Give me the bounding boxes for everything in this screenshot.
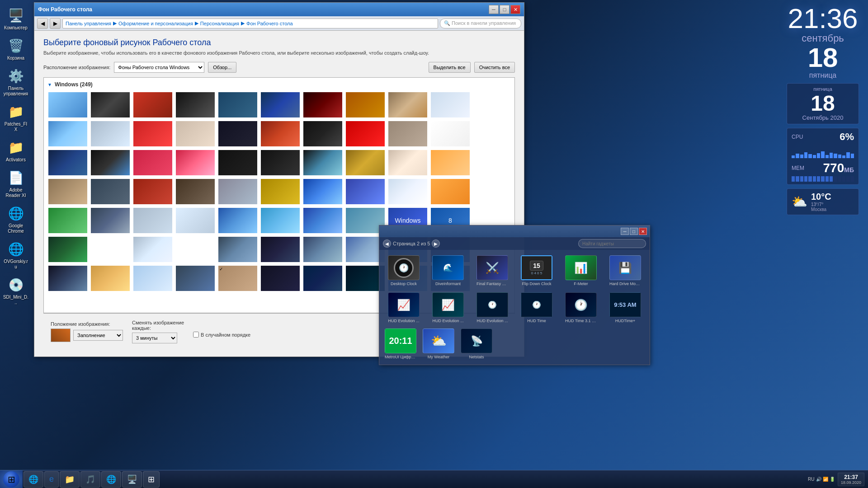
image-cell-2[interactable] (90, 91, 131, 118)
path-personalization[interactable]: Персонализация (200, 21, 239, 26)
image-cell-12[interactable] (90, 120, 131, 147)
image-cell-64[interactable] (175, 265, 216, 292)
gadget-item-hud3[interactable]: 🕐 HUD Evolution ... (472, 291, 513, 325)
gadget-item-final-fantasy[interactable]: ⚔️ Final Fantasy XIII... (472, 253, 513, 288)
path-wallpaper[interactable]: Фон Рабочего стола (246, 21, 293, 26)
image-cell-42[interactable] (90, 207, 131, 234)
desktop-icon-adobe[interactable]: 📄 Adobe Reader XI (1, 167, 31, 200)
image-cell-15[interactable] (217, 120, 258, 147)
path-personalization-section[interactable]: Оформление и персонализация (118, 21, 193, 26)
image-cell-40[interactable] (430, 178, 471, 205)
image-cell-33[interactable] (132, 178, 173, 205)
image-cell-28[interactable] (345, 149, 386, 176)
image-cell-46[interactable] (260, 207, 301, 234)
desktop-icon-sdi[interactable]: 💿 SDI_Mini_D... (1, 274, 31, 307)
image-cell-66[interactable] (260, 265, 301, 292)
image-cell-61[interactable] (47, 265, 88, 292)
image-cell-45[interactable] (217, 207, 258, 234)
image-cell-4[interactable] (175, 91, 216, 118)
image-cell-63[interactable] (132, 265, 173, 292)
image-cell-29[interactable] (387, 149, 428, 176)
image-cell-38[interactable] (345, 178, 386, 205)
image-cell-41[interactable] (47, 207, 88, 234)
image-cell-51[interactable] (47, 236, 88, 263)
taskbar-clock[interactable]: 21:37 18.09.2020 (838, 473, 864, 486)
back-button[interactable]: ◀ (37, 18, 48, 29)
gadget-item-hudtime3[interactable]: 🕐 HUD Time 3.1 Ne... (560, 291, 602, 325)
minimize-button[interactable]: ─ (489, 5, 499, 14)
image-cell-17[interactable] (302, 120, 343, 147)
close-button[interactable]: ✕ (510, 5, 520, 14)
gadget-item-hud2[interactable]: 📈 HUD Evolution ... (427, 291, 469, 325)
start-button[interactable]: ⊞ (0, 470, 23, 488)
image-cell-30[interactable] (430, 149, 471, 176)
image-cell-24[interactable] (175, 149, 216, 176)
gadget-item-hudtimeplus[interactable]: 9:53 AM HUDTime+ (604, 291, 646, 325)
image-cell-35[interactable] (217, 178, 258, 205)
gadget-item-desktop-clock[interactable]: 🕐 Desktop Clock (383, 253, 425, 288)
image-cell-9[interactable] (387, 91, 428, 118)
taskbar-explorer-button[interactable]: 🌐 (24, 471, 43, 488)
image-cell-14[interactable] (175, 120, 216, 147)
image-cell-26[interactable] (260, 149, 301, 176)
gadget-item-myweather[interactable]: ⛅ My Weather (421, 327, 456, 361)
desktop-icon-chrome[interactable]: 🌐 Google Chrome (1, 202, 31, 236)
forward-button[interactable]: ▶ (50, 18, 61, 29)
image-cell-55[interactable] (217, 236, 258, 263)
image-cell-56[interactable] (260, 236, 301, 263)
gadget-item-fmeter[interactable]: 📊 F-Meter (560, 253, 602, 288)
image-cell-16[interactable] (260, 120, 301, 147)
image-cell-11[interactable] (47, 120, 88, 147)
image-cell-27[interactable] (302, 149, 343, 176)
image-cell-47[interactable] (302, 207, 343, 234)
image-cell-5[interactable] (217, 91, 258, 118)
image-cell-62[interactable] (90, 265, 131, 292)
path-control-panel[interactable]: Панель управления (66, 21, 111, 26)
position-select[interactable]: Заполнение (73, 330, 123, 341)
image-cell-43[interactable] (132, 207, 173, 234)
image-cell-10[interactable] (430, 91, 471, 118)
gadgets-prev-button[interactable]: ◀ (383, 239, 391, 248)
desktop-icon-control-panel[interactable]: ⚙️ Панель управления (1, 65, 31, 99)
image-cell-67[interactable] (302, 265, 343, 292)
image-cell-6[interactable] (260, 91, 301, 118)
desktop-icon-ovgorskiy[interactable]: 🌐 OVGorskiy.ru (1, 238, 31, 272)
interval-select[interactable]: 3 минуты (132, 333, 177, 343)
image-location-select[interactable]: Фоны Рабочего стола Windows (114, 62, 204, 73)
gadget-item-flip-down[interactable]: 15 0 4 0 5 Flip Down Clock (516, 253, 557, 288)
image-cell-53[interactable] (132, 236, 173, 263)
gadgets-minimize-button[interactable]: ─ (621, 228, 629, 235)
image-cell-52[interactable] (90, 236, 131, 263)
clear-all-button[interactable]: Очистить все (474, 62, 515, 73)
desktop-icon-recycle[interactable]: 🗑️ Корзина (1, 35, 31, 63)
gadgets-close-button[interactable]: ✕ (639, 228, 647, 235)
taskbar-win-button[interactable]: ⊞ (143, 471, 160, 488)
image-cell-23[interactable] (132, 149, 173, 176)
image-cell-20[interactable] (430, 120, 471, 147)
image-cell-19[interactable] (387, 120, 428, 147)
gadget-item-netstats[interactable]: 📡 Netstats (459, 327, 494, 361)
image-cell-25[interactable] (217, 149, 258, 176)
gadgets-search-input[interactable] (578, 239, 646, 248)
gadget-item-hdd[interactable]: 💾 Hard Drive Moni... (604, 253, 646, 288)
image-cell-31[interactable] (47, 178, 88, 205)
image-cell-44[interactable] (175, 207, 216, 234)
gadget-item-diveinformant[interactable]: 🌊 DiveInformant (427, 253, 469, 288)
taskbar-chrome-button[interactable]: 🌐 (101, 471, 121, 488)
image-cell-32[interactable] (90, 178, 131, 205)
gadget-item-metro-num[interactable]: 20:11 MetroUI Цифро... (383, 327, 418, 361)
desktop-icon-patches[interactable]: 📁 Patches_FIX (1, 101, 31, 134)
gadget-item-hudtime[interactable]: 🕐 HUD Time (516, 291, 557, 325)
random-checkbox[interactable] (193, 332, 199, 338)
gadgets-maximize-button[interactable]: □ (630, 228, 638, 235)
taskbar-folder-button[interactable]: 📁 (60, 471, 80, 488)
image-cell-13[interactable] (132, 120, 173, 147)
taskbar-ie-button[interactable]: e (44, 471, 59, 488)
maximize-button[interactable]: □ (500, 5, 509, 14)
image-cell-21[interactable] (47, 149, 88, 176)
desktop-icon-activators[interactable]: 📁 Activators (1, 136, 31, 164)
image-cell-7[interactable] (302, 91, 343, 118)
image-cell-18[interactable] (345, 120, 386, 147)
taskbar-media-button[interactable]: 🎵 (80, 471, 100, 488)
gadgets-next-button[interactable]: ▶ (432, 239, 440, 248)
